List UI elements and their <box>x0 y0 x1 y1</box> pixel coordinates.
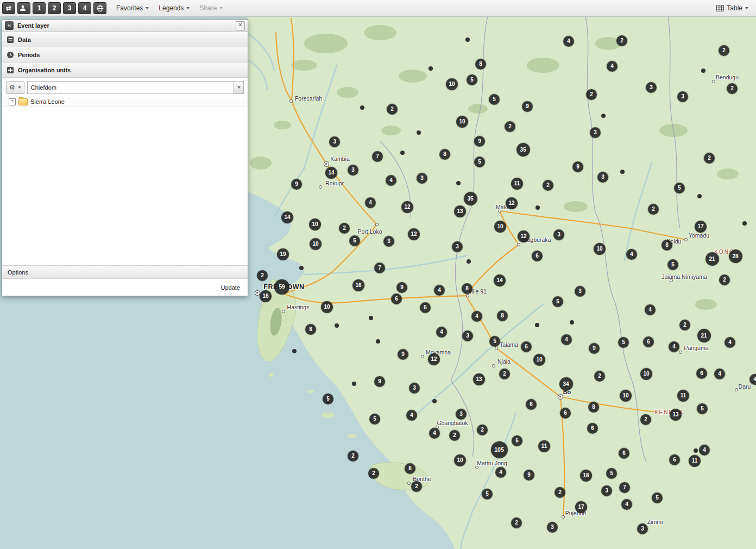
event-cluster[interactable]: 10 <box>454 454 466 466</box>
event-cluster[interactable]: 5 <box>489 336 500 347</box>
combo-trigger[interactable] <box>234 82 243 93</box>
event-cluster[interactable]: 3 <box>677 91 688 102</box>
event-cluster[interactable]: 21 <box>697 329 711 342</box>
event-cluster[interactable]: 2 <box>477 425 488 435</box>
event-cluster[interactable]: 13 <box>473 373 485 385</box>
event-cluster[interactable]: 10 <box>594 243 606 255</box>
event-cluster[interactable]: 4 <box>495 467 506 478</box>
event-cluster[interactable]: 7 <box>372 151 383 162</box>
event-cluster[interactable]: 5 <box>369 414 380 425</box>
event-cluster[interactable]: 9 <box>474 136 485 147</box>
event-dot[interactable] <box>400 151 405 155</box>
event-cluster[interactable]: 13 <box>454 205 466 217</box>
event-cluster[interactable]: 6 <box>619 448 629 459</box>
event-dot[interactable] <box>376 339 380 344</box>
event-cluster[interactable]: 8 <box>497 310 508 321</box>
event-cluster[interactable]: 2 <box>719 45 729 56</box>
event-cluster[interactable]: 12 <box>408 228 420 240</box>
event-cluster[interactable]: 7 <box>374 263 385 273</box>
event-cluster[interactable]: 4 <box>406 410 417 421</box>
event-cluster[interactable]: 5 <box>420 302 431 313</box>
event-cluster[interactable]: 2 <box>640 414 651 425</box>
event-cluster[interactable]: 8 <box>588 402 599 413</box>
event-cluster[interactable]: 35 <box>464 192 477 205</box>
section-data[interactable]: Data <box>2 32 248 47</box>
table-menu[interactable]: Table <box>716 0 748 16</box>
event-cluster[interactable]: 11 <box>677 390 689 402</box>
event-cluster[interactable]: 10 <box>309 219 321 230</box>
event-cluster[interactable]: 11 <box>538 440 550 452</box>
event-cluster[interactable]: 2 <box>704 153 715 164</box>
event-cluster[interactable]: 6 <box>521 341 532 352</box>
event-cluster[interactable]: 9 <box>589 343 600 354</box>
event-cluster[interactable]: 3 <box>452 241 463 252</box>
event-cluster[interactable]: 12 <box>506 197 518 209</box>
share-menu[interactable]: Share <box>199 0 223 16</box>
event-cluster[interactable]: 5 <box>482 489 493 500</box>
event-cluster[interactable]: 105 <box>491 441 508 458</box>
event-cluster[interactable]: 10 <box>620 390 632 402</box>
event-cluster[interactable]: 4 <box>724 337 735 348</box>
event-dot[interactable] <box>467 259 471 264</box>
event-cluster[interactable]: 10 <box>446 78 458 90</box>
event-cluster[interactable]: 9 <box>374 376 385 387</box>
event-cluster[interactable]: 6 <box>643 336 654 347</box>
favorites-menu[interactable]: Favorites <box>116 0 149 16</box>
event-cluster[interactable]: 6 <box>512 435 522 446</box>
event-dot[interactable] <box>620 170 625 174</box>
event-cluster[interactable]: 21 <box>705 252 719 266</box>
event-dot[interactable] <box>292 349 297 353</box>
event-cluster[interactable]: 19 <box>277 248 289 260</box>
section-periods[interactable]: Periods <box>2 47 248 63</box>
event-cluster[interactable]: 2 <box>679 320 690 330</box>
event-cluster[interactable]: 5 <box>552 296 563 307</box>
update-button[interactable]: Update <box>221 284 240 291</box>
event-cluster[interactable]: 4 <box>471 311 482 322</box>
event-cluster[interactable]: 4 <box>714 369 725 379</box>
event-cluster[interactable]: 5 <box>467 74 477 85</box>
view-button-1[interactable]: 1 <box>33 2 46 14</box>
event-cluster[interactable]: 2 <box>727 83 738 94</box>
event-cluster[interactable]: 3 <box>417 173 427 184</box>
collapse-panel-icon[interactable]: « <box>5 21 14 30</box>
event-cluster[interactable]: 5 <box>349 235 360 246</box>
event-cluster[interactable]: 2 <box>543 180 553 191</box>
event-dot[interactable] <box>369 316 373 320</box>
event-cluster[interactable]: 9 <box>524 470 534 481</box>
event-cluster[interactable]: 3 <box>590 127 601 138</box>
event-cluster[interactable]: 10 <box>321 301 333 313</box>
event-cluster[interactable]: 11 <box>511 178 523 190</box>
event-cluster[interactable]: 4 <box>626 249 637 260</box>
event-cluster[interactable]: 13 <box>670 409 682 421</box>
event-cluster[interactable]: 2 <box>339 223 350 234</box>
event-cluster[interactable]: 9 <box>572 161 583 172</box>
event-dot[interactable] <box>335 323 339 328</box>
event-cluster[interactable]: 2 <box>411 481 422 492</box>
event-cluster[interactable]: 28 <box>729 249 742 263</box>
event-cluster[interactable]: 3 <box>575 286 585 297</box>
event-dot[interactable] <box>694 448 698 453</box>
event-cluster[interactable]: 8 <box>305 324 316 335</box>
event-cluster[interactable]: 10 <box>494 221 506 233</box>
event-cluster[interactable]: 3 <box>597 172 608 183</box>
event-cluster[interactable]: 2 <box>594 371 605 382</box>
event-cluster[interactable]: 5 <box>667 259 678 270</box>
event-cluster[interactable]: 5 <box>489 94 500 105</box>
event-cluster[interactable]: 2 <box>348 451 358 461</box>
event-cluster[interactable]: 4 <box>434 285 445 296</box>
event-cluster[interactable]: 35 <box>516 143 530 157</box>
event-cluster[interactable]: 9 <box>522 101 533 112</box>
event-dot[interactable] <box>417 130 421 135</box>
event-cluster[interactable]: 3 <box>456 409 467 420</box>
event-cluster[interactable]: 4 <box>699 445 710 456</box>
event-dot[interactable] <box>701 68 705 73</box>
event-cluster[interactable]: 12 <box>518 230 530 242</box>
event-dot[interactable] <box>429 66 433 71</box>
event-cluster[interactable]: 5 <box>323 394 333 404</box>
event-cluster[interactable]: 5 <box>697 403 708 414</box>
legends-menu[interactable]: Legends <box>159 0 190 16</box>
event-cluster[interactable]: 3 <box>553 229 564 240</box>
event-dot[interactable] <box>742 221 747 226</box>
event-cluster[interactable]: 6 <box>587 423 598 434</box>
event-cluster[interactable]: 2 <box>257 270 268 281</box>
